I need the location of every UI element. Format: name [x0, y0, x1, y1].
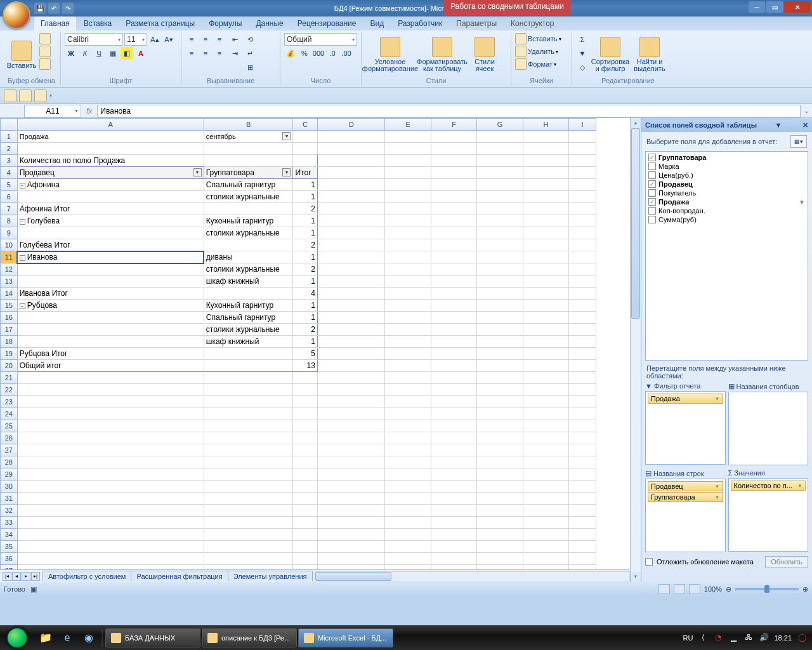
row-header[interactable]: 30: [1, 481, 18, 493]
cell[interactable]: [317, 239, 385, 251]
tray-icon[interactable]: ◔: [713, 633, 723, 643]
cell[interactable]: [431, 312, 476, 324]
cell[interactable]: [317, 312, 385, 324]
cell[interactable]: [569, 312, 596, 324]
cell[interactable]: [477, 251, 523, 263]
cell[interactable]: [385, 420, 431, 432]
cell[interactable]: [385, 360, 431, 372]
cell[interactable]: [17, 517, 204, 529]
cell[interactable]: Афонина Итог: [17, 203, 204, 215]
tab-Вид[interactable]: Вид: [363, 17, 390, 30]
row-header[interactable]: 25: [1, 420, 18, 432]
cell[interactable]: [477, 300, 523, 312]
pinned-player-icon[interactable]: ◉: [79, 628, 99, 648]
cell[interactable]: [385, 215, 431, 227]
cell[interactable]: [523, 408, 568, 420]
tray-clock[interactable]: 18:21: [774, 634, 792, 642]
cell[interactable]: [17, 275, 204, 288]
row-header[interactable]: 19: [1, 348, 18, 360]
zoom-in-icon[interactable]: ⊕: [802, 585, 808, 594]
sheet-nav-last-icon[interactable]: ▸|: [31, 572, 40, 581]
cell[interactable]: [293, 541, 317, 553]
cell[interactable]: [17, 493, 204, 505]
formula-expand-icon[interactable]: ⌄: [801, 107, 812, 115]
cell[interactable]: [317, 251, 385, 263]
row-header[interactable]: 27: [1, 444, 18, 456]
cell[interactable]: [523, 312, 568, 324]
decrease-decimal-icon[interactable]: .00: [340, 47, 353, 60]
tray-icon[interactable]: ◯: [797, 633, 807, 643]
cell[interactable]: [569, 227, 596, 239]
cell[interactable]: −Рубцова: [17, 300, 204, 312]
spreadsheet-grid[interactable]: ABCDEFGHI 1Продажасентябрь▾23Количество …: [0, 118, 596, 569]
cell[interactable]: [204, 432, 293, 444]
cell[interactable]: [293, 131, 317, 143]
macro-record-icon[interactable]: ▣: [30, 585, 37, 594]
cell[interactable]: [523, 215, 568, 227]
cell[interactable]: [477, 215, 523, 227]
cell[interactable]: [317, 541, 385, 553]
window-close[interactable]: ✕: [784, 1, 811, 13]
cell[interactable]: [204, 239, 293, 251]
checkbox-icon[interactable]: ✓: [648, 154, 656, 161]
cell[interactable]: [523, 143, 568, 155]
cell[interactable]: [477, 481, 523, 493]
row-header[interactable]: 36: [1, 553, 18, 565]
pivot-field[interactable]: ✓Группатовара: [647, 153, 806, 162]
cell[interactable]: [477, 155, 523, 167]
view-pagebreak-icon[interactable]: [689, 584, 700, 594]
row-header[interactable]: 35: [1, 541, 18, 553]
cell[interactable]: [431, 251, 476, 263]
cell[interactable]: [17, 372, 204, 384]
cell[interactable]: [385, 505, 431, 517]
cell[interactable]: [569, 529, 596, 541]
cell[interactable]: [523, 239, 568, 251]
checkbox-icon[interactable]: ✓: [648, 198, 656, 206]
checkbox-icon[interactable]: [648, 189, 656, 197]
cell[interactable]: [477, 396, 523, 408]
cell[interactable]: −Иванова: [17, 251, 204, 263]
cell[interactable]: [431, 408, 476, 420]
cell[interactable]: 1: [293, 251, 317, 263]
sheet-tab[interactable]: Автофильтр с условием: [43, 571, 131, 581]
cell[interactable]: [293, 420, 317, 432]
pane-close-icon[interactable]: ✕: [802, 121, 808, 129]
cell[interactable]: [569, 275, 596, 288]
cell[interactable]: [431, 155, 476, 167]
cell[interactable]: [385, 348, 431, 360]
cell[interactable]: [17, 565, 204, 570]
cell[interactable]: [293, 553, 317, 565]
cell[interactable]: сентябрь▾: [204, 131, 293, 143]
cell[interactable]: [385, 468, 431, 481]
cell[interactable]: [317, 529, 385, 541]
cell[interactable]: [477, 275, 523, 288]
cell[interactable]: [431, 517, 476, 529]
cell[interactable]: [477, 179, 523, 191]
checkbox-icon[interactable]: [648, 216, 656, 223]
col-header-I[interactable]: I: [569, 119, 596, 131]
cell[interactable]: [293, 143, 317, 155]
cell[interactable]: [17, 143, 204, 155]
cell[interactable]: [204, 143, 293, 155]
cell[interactable]: [204, 420, 293, 432]
sheet-tab[interactable]: Расширенная фильтрация: [131, 571, 228, 581]
cell[interactable]: [17, 396, 204, 408]
cell[interactable]: [17, 336, 204, 348]
cell[interactable]: [17, 432, 204, 444]
row-header[interactable]: 1: [1, 131, 18, 143]
cell[interactable]: [204, 505, 293, 517]
cell[interactable]: [569, 372, 596, 384]
zoom-slider[interactable]: [735, 588, 799, 590]
cell[interactable]: [317, 215, 385, 227]
find-select-button[interactable]: Найти и выделить: [632, 33, 667, 75]
checkbox-icon[interactable]: [648, 171, 656, 179]
cell[interactable]: [317, 565, 385, 570]
cell[interactable]: [523, 505, 568, 517]
cell[interactable]: столики журнальные: [204, 263, 293, 275]
cell[interactable]: [385, 288, 431, 300]
cell[interactable]: [17, 444, 204, 456]
row-header[interactable]: 32: [1, 505, 18, 517]
row-header[interactable]: 5: [1, 179, 18, 191]
increase-decimal-icon[interactable]: .0: [326, 47, 339, 60]
cell[interactable]: [523, 456, 568, 468]
